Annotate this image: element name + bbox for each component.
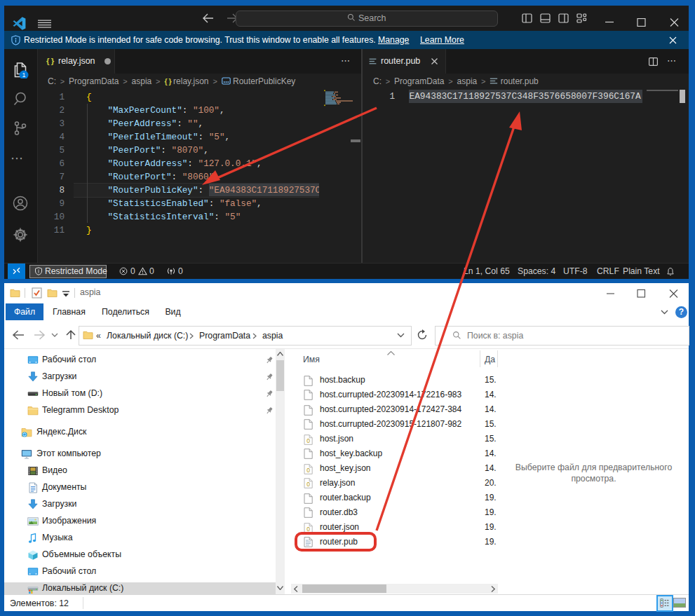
svg-text:0: 0 [306,526,310,533]
svg-text:0: 0 [306,467,310,474]
svg-text:1: 1 [22,71,25,78]
svg-text:0: 0 [306,481,310,488]
svg-text:0: 0 [306,437,310,444]
